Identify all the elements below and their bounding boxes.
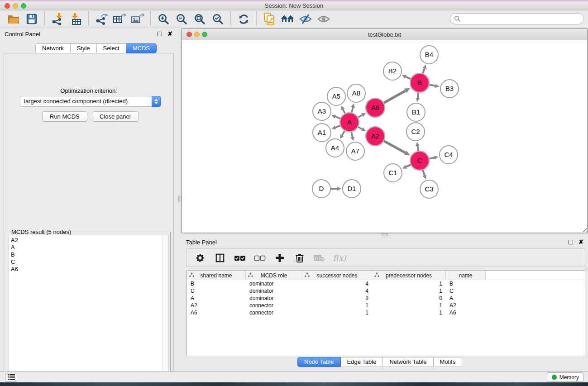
zoom-selected-icon[interactable] (211, 12, 225, 26)
tab-edge-table[interactable]: Edge Table (341, 357, 383, 367)
run-mcds-button[interactable]: Run MCDS (42, 111, 87, 122)
delete-row-trash-icon[interactable] (294, 252, 306, 264)
graph-node-A2[interactable]: A2 (366, 127, 385, 146)
mcds-result-list[interactable]: A2ABCA6 (9, 235, 169, 384)
table-cell[interactable]: 4 (302, 280, 372, 287)
import-network-icon[interactable] (51, 12, 64, 26)
criterion-select[interactable]: largest connected component (directed) (20, 96, 161, 107)
zoom-fit-icon[interactable] (193, 12, 206, 26)
graph-node-B2[interactable]: B2 (383, 62, 402, 80)
graph-edge-A-A1[interactable] (335, 126, 340, 128)
graph-node-C2[interactable]: C2 (406, 123, 425, 141)
graph-edge-C-C3[interactable] (423, 170, 425, 176)
graph-edge-A-A7[interactable] (351, 132, 352, 137)
graph-edge-A2-C[interactable] (384, 141, 405, 153)
memory-button[interactable]: Memory (547, 372, 584, 382)
graph-node-D1[interactable]: D1 (343, 180, 361, 198)
show-panels-eye-icon[interactable] (317, 12, 330, 26)
graph-edge-A-A5[interactable] (343, 110, 345, 114)
table-cell[interactable]: connector (246, 302, 302, 309)
tab-motifs[interactable]: Motifs (434, 357, 463, 367)
graph-node-C1[interactable]: C1 (384, 164, 402, 182)
float-panel-icon[interactable] (569, 240, 573, 244)
tab-select[interactable]: Select (97, 43, 126, 53)
table-cell[interactable]: 1 (372, 287, 446, 295)
table-cell[interactable]: B (446, 280, 486, 287)
new-network-icon[interactable] (263, 12, 276, 26)
graph-edge-A-A6[interactable] (358, 115, 362, 117)
graph-edge-B-B3[interactable] (430, 85, 435, 86)
mcds-result-item[interactable]: A6 (11, 266, 168, 273)
graph-node-A6[interactable]: A6 (366, 98, 385, 117)
toolbar-search-field[interactable] (450, 13, 584, 24)
graph-edge-B-B1[interactable] (418, 93, 418, 98)
table-cell[interactable]: 0 (372, 295, 446, 302)
graph-node-A3[interactable]: A3 (313, 102, 331, 120)
add-row-plus-icon[interactable] (274, 252, 286, 264)
graph-edge-B-B2[interactable] (406, 77, 410, 79)
graph-node-A[interactable]: A (340, 113, 359, 132)
table-cell[interactable]: 1 (372, 280, 446, 287)
graph-node-A1[interactable]: A1 (313, 124, 331, 142)
table-cell[interactable]: 1 (302, 309, 372, 316)
graph-node-B[interactable]: B (410, 73, 429, 92)
maximize-window-button[interactable] (21, 3, 26, 9)
table-cell[interactable]: dominator (246, 280, 302, 287)
table-cell[interactable]: dominator (246, 295, 302, 302)
tab-network[interactable]: Network (35, 43, 71, 53)
column-header-successor-nodes[interactable]: successor nodes (302, 271, 372, 280)
table-row[interactable]: Adominator80A (187, 295, 585, 302)
graph-node-A8[interactable]: A8 (347, 84, 365, 102)
graph-edge-A-A2[interactable] (358, 127, 362, 129)
refresh-icon[interactable] (237, 12, 250, 26)
table-cell[interactable]: C (187, 287, 246, 295)
table-row[interactable]: Cdominator41C (187, 287, 585, 295)
table-cell[interactable]: A2 (187, 302, 246, 309)
column-header-shared-name[interactable]: shared name (187, 271, 246, 280)
tab-mcds[interactable]: MCDS (126, 43, 157, 53)
table-cell[interactable]: A2 (446, 302, 486, 309)
graph-node-D[interactable]: D (312, 180, 330, 198)
close-panel-icon[interactable]: ✘ (578, 240, 583, 244)
table-row[interactable]: Bdominator41B (187, 280, 585, 287)
table-cell[interactable]: 1 (302, 302, 372, 309)
network-canvas[interactable]: B4B2BB3A8A5A6A3B1AA1C2A2A4A7C4CC1C3DD1 (182, 40, 587, 233)
zoom-in-icon[interactable] (157, 12, 170, 26)
import-table-icon[interactable] (69, 12, 82, 26)
graph-node-B3[interactable]: B3 (440, 80, 459, 98)
mcds-result-item[interactable]: A2 (11, 237, 168, 244)
graph-node-A7[interactable]: A7 (346, 142, 364, 160)
export-network-icon[interactable] (95, 12, 108, 26)
minimize-window-button[interactable] (13, 3, 18, 9)
table-cell[interactable]: 8 (302, 295, 372, 302)
network-close-button[interactable] (186, 32, 192, 37)
table-cell[interactable]: connector (246, 309, 302, 316)
graph-edge-A-A3[interactable] (335, 117, 340, 119)
table-cell[interactable]: A (446, 295, 486, 302)
close-window-button[interactable] (5, 3, 10, 9)
mcds-result-item[interactable]: C (11, 258, 168, 266)
graph-node-C3[interactable]: C3 (420, 180, 438, 198)
export-table-icon[interactable] (113, 12, 126, 26)
function-builder-icon[interactable]: f(x) (334, 252, 345, 264)
graph-edge-A-A4[interactable] (342, 131, 345, 135)
horizontal-splitter-handle[interactable] (382, 233, 388, 236)
home-icon[interactable] (281, 12, 294, 26)
graph-edge-C-C4[interactable] (430, 157, 435, 158)
zoom-out-icon[interactable] (175, 12, 188, 26)
graph-node-B4[interactable]: B4 (420, 46, 438, 64)
table-cell[interactable]: 4 (302, 287, 372, 295)
table-cell[interactable]: A6 (187, 309, 246, 316)
mcds-result-item[interactable]: A (11, 244, 168, 251)
table-cell[interactable]: A6 (446, 309, 486, 316)
graph-node-C4[interactable]: C4 (440, 146, 458, 164)
hide-panels-eye-slash-icon[interactable] (299, 12, 312, 26)
graph-node-B1[interactable]: B1 (407, 103, 425, 121)
search-input[interactable] (461, 15, 580, 22)
mcds-result-item[interactable]: B (11, 251, 168, 258)
table-row[interactable]: A6connector11A6 (187, 309, 585, 316)
delete-table-icon[interactable] (314, 252, 325, 264)
column-header-predecessor-nodes[interactable]: predecessor nodes (372, 271, 446, 280)
open-session-icon[interactable] (7, 12, 20, 26)
show-columns-icon[interactable] (214, 252, 226, 264)
